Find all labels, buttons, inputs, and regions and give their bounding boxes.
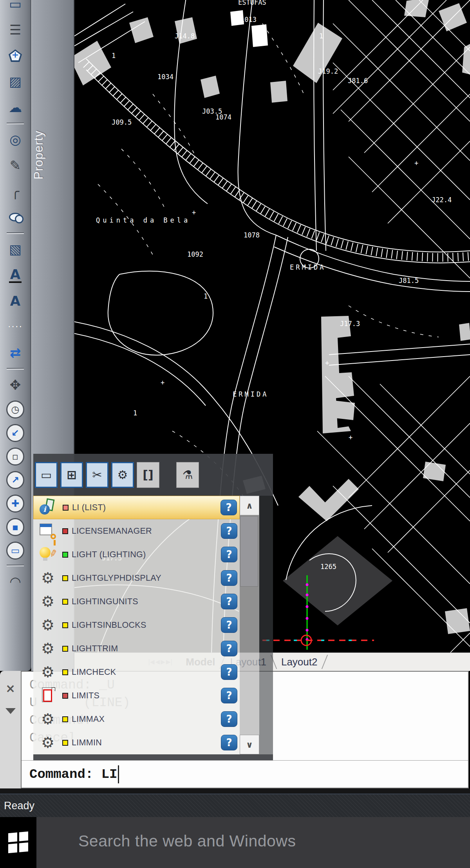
zoom-window-tool-icon[interactable]: ▫ — [6, 448, 24, 466]
zoom-all-tool-icon[interactable]: ◠ — [5, 571, 25, 592]
revision-cloud-tool-icon[interactable]: ☁ — [5, 97, 25, 118]
tab-layout2[interactable]: Layout2 — [274, 656, 325, 668]
list-icon: i — [39, 498, 57, 516]
sysvar-filter-button[interactable]: ⚙ — [111, 462, 134, 488]
taskbar-search-input[interactable]: Search the web and Windows — [36, 817, 470, 868]
help-icon[interactable]: ? — [221, 523, 237, 539]
windows-logo-icon — [8, 832, 29, 854]
autocomplete-scrollbar[interactable]: ∧ ∨ — [240, 496, 259, 754]
zoom-extents-tool-icon[interactable]: ▭ — [6, 542, 24, 560]
help-icon[interactable]: ? — [221, 500, 237, 515]
svg-text:+: + — [161, 379, 164, 386]
svg-text:+: + — [192, 208, 196, 216]
autocomplete-popup: ▭ ⊞ ✂ ⚙ [] ⚗ i LI (LIST) ? LICENSEMANAGE… — [33, 454, 273, 760]
multiline-tool-icon[interactable]: ☰ — [5, 20, 25, 40]
autocomplete-row[interactable]: ⚙ LIMMIN ? — [33, 731, 240, 754]
svg-text:1013: 1013 — [240, 16, 257, 24]
command-dock-strip: × — [0, 671, 21, 788]
scroll-down-icon[interactable]: ∨ — [240, 735, 259, 754]
close-icon[interactable]: × — [0, 680, 21, 697]
svg-text:J14.8: J14.8 — [175, 32, 195, 40]
rectangle-tool-icon[interactable]: ▭ — [5, 0, 25, 14]
regen-tool-icon[interactable]: ⇄ — [5, 342, 25, 363]
zoom-object-tool-icon[interactable]: ▪ — [6, 518, 24, 536]
fillet-tool-icon[interactable]: ╭ — [5, 181, 25, 201]
experimental-filter-button[interactable]: ⚗ — [176, 462, 199, 488]
trim-suggestions-filter-button[interactable]: ✂ — [86, 462, 108, 488]
autocomplete-row[interactable]: ⚙ LIGHTGLYPHDISPLAY ? — [33, 566, 240, 590]
command-type-badge — [62, 528, 68, 534]
autocomplete-row[interactable]: ⚙ LIMCHECK ? — [33, 660, 240, 684]
command-name-label: LIGHTSINBLOCKS — [72, 620, 221, 630]
autocomplete-row[interactable]: ⚙ LIMMAX ? — [33, 707, 240, 731]
help-icon[interactable]: ? — [221, 594, 237, 609]
svg-text:1078: 1078 — [244, 231, 260, 239]
commands-filter-button[interactable]: ▭ — [35, 462, 58, 488]
text-tool-icon[interactable]: A — [5, 291, 25, 311]
svg-text:+: + — [414, 159, 418, 167]
sketch-tool-icon[interactable]: ✎ — [5, 155, 25, 176]
pan-tool-icon[interactable]: ✥ — [5, 375, 25, 395]
grip-dots-handle-icon[interactable]: ···· — [5, 317, 25, 337]
blocks-filter-button[interactable]: ⊞ — [60, 462, 83, 488]
gear-icon: ⚙ — [39, 616, 57, 634]
expand-arrow-icon[interactable] — [0, 702, 21, 719]
region-tool-icon[interactable] — [5, 207, 25, 227]
svg-text:1074: 1074 — [215, 113, 231, 121]
svg-text:Quinta da Bela: Quinta da Bela — [96, 216, 190, 224]
command-type-badge — [62, 740, 68, 746]
help-icon[interactable]: ? — [221, 641, 237, 656]
mtext-tool-icon[interactable]: A — [5, 265, 25, 285]
doc-icon — [39, 687, 57, 705]
zoom-realtime-tool-icon[interactable]: ◷ — [6, 400, 24, 419]
hatch-tool-icon[interactable]: ▧ — [5, 239, 25, 259]
command-name-label: LICENSEMANAGER — [72, 526, 221, 536]
zoom-dynamic-tool-icon[interactable]: ↗ — [6, 471, 24, 489]
toolbar-divider — [7, 232, 24, 234]
command-name-label: LIMCHECK — [72, 667, 221, 677]
svg-text:J81.6: J81.6 — [348, 77, 368, 85]
svg-text:1034: 1034 — [157, 73, 174, 81]
command-type-badge — [62, 599, 68, 605]
svg-text:J09.5: J09.5 — [112, 118, 132, 126]
autocomplete-list: i LI (LIST) ? LICENSEMANAGER ? ✎ LIGHT (… — [33, 496, 240, 754]
autocomplete-row[interactable]: ⚙ LIGHTSINBLOCKS ? — [33, 613, 240, 637]
status-text: Ready — [4, 800, 34, 812]
zoom-center-tool-icon[interactable]: ✚ — [6, 495, 24, 513]
help-icon[interactable]: ? — [221, 547, 237, 562]
scrollbar-thumb[interactable] — [240, 516, 258, 587]
toolbar-divider — [7, 123, 24, 124]
autocomplete-row[interactable]: ⚙ LIGHTTRIM ? — [33, 637, 240, 660]
help-icon[interactable]: ? — [221, 570, 237, 586]
help-icon[interactable]: ? — [221, 711, 237, 727]
command-type-badge — [62, 716, 68, 722]
selection-diamond — [283, 536, 392, 625]
map-marks: +++++1111 — [112, 32, 418, 441]
autocomplete-row[interactable]: ⚙ LIGHTINGUNITS ? — [33, 590, 240, 613]
help-icon[interactable]: ? — [221, 617, 237, 633]
donut-tool-icon[interactable]: ◎ — [5, 129, 25, 150]
zoom-previous-tool-icon[interactable]: ↙ — [6, 424, 24, 442]
scroll-up-icon[interactable]: ∧ — [240, 496, 259, 515]
gear-icon: ⚙ — [39, 663, 57, 681]
help-icon[interactable]: ? — [221, 688, 237, 703]
window-bottom-edge — [0, 788, 470, 794]
autocomplete-row[interactable]: LIMITS ? — [33, 684, 240, 707]
autocomplete-row[interactable]: LICENSEMANAGER ? — [33, 519, 240, 543]
command-name-label: LI (LIST) — [72, 503, 221, 513]
command-prompt-text: Command: LI — [29, 767, 117, 782]
boundary-tool-icon[interactable]: ▨ — [5, 71, 25, 92]
help-icon[interactable]: ? — [221, 735, 237, 750]
property-palette-title: Property — [32, 96, 74, 214]
draw-toolbar: ▭ ☰ ▨ ☁ ◎ ✎ ╭ ▧ A A ···· ⇄ ✥ ◷ ↙ ▫ ↗ ✚ ▪… — [0, 0, 31, 671]
brackets-filter-button[interactable]: [] — [137, 462, 159, 488]
svg-text:J81.5: J81.5 — [399, 277, 419, 285]
autocomplete-row[interactable]: i LI (LIST) ? — [33, 496, 240, 519]
gear-icon: ⚙ — [39, 640, 57, 658]
command-input[interactable]: Command: LI — [22, 760, 468, 788]
polygon-tool-icon[interactable] — [5, 45, 25, 66]
windows-taskbar: Search the web and Windows — [0, 817, 470, 868]
autocomplete-row[interactable]: ✎ LIGHT (LIGHTING) ? — [33, 543, 240, 566]
help-icon[interactable]: ? — [221, 664, 237, 680]
windows-start-button[interactable] — [0, 817, 36, 868]
